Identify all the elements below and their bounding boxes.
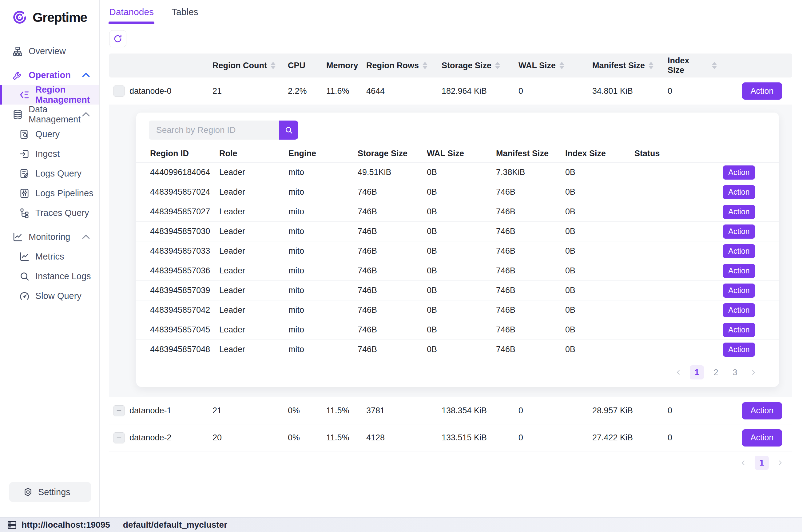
sort-icon[interactable]: [495, 62, 500, 69]
chevron-up-icon[interactable]: [80, 231, 91, 242]
action-button[interactable]: Action: [723, 323, 755, 337]
tab-tables[interactable]: Tables: [172, 0, 198, 24]
search-icon: [284, 126, 293, 135]
sort-icon[interactable]: [649, 62, 653, 69]
sidebar-item-query[interactable]: Query: [0, 124, 99, 144]
column-header-region-rows[interactable]: Region Rows: [366, 61, 442, 71]
region-row: 4483945857039 Leader mito 746B 0B 746B 0…: [136, 281, 779, 300]
sidebar-item-label: Slow Query: [35, 291, 81, 301]
sort-icon[interactable]: [712, 62, 717, 69]
sidebar-nav: Overview Operation Region Management: [0, 41, 99, 306]
sidebar-item-instance-logs[interactable]: Instance Logs: [0, 266, 99, 286]
cluster-name[interactable]: default/default_mycluster: [123, 520, 227, 530]
sidebar-item-label: Operation: [28, 70, 71, 80]
sidebar-item-logs-pipelines[interactable]: Logs Pipelines: [0, 183, 99, 203]
sidebar-item-label: Logs Query: [35, 169, 81, 179]
next-page-button[interactable]: [747, 365, 760, 379]
region-search-button[interactable]: [279, 120, 298, 139]
column-header-storage-size[interactable]: Storage Size: [442, 61, 518, 71]
column-header-memory: Memory: [326, 61, 366, 71]
column-header-index-size[interactable]: Index Size: [668, 56, 717, 75]
region-row: 4483945857045 Leader mito 746B 0B 746B 0…: [136, 320, 779, 340]
column-header-region-count[interactable]: Region Count: [212, 61, 288, 71]
datanodes-pagination: 1: [109, 452, 792, 470]
action-button[interactable]: Action: [742, 429, 782, 446]
action-button[interactable]: Action: [742, 82, 782, 100]
sort-icon[interactable]: [271, 62, 275, 69]
action-button[interactable]: Action: [723, 205, 755, 219]
sidebar-item-label: Monitoring: [28, 232, 70, 242]
minus-icon: [116, 88, 122, 94]
sidebar-item-data-management[interactable]: Data Management: [0, 104, 99, 124]
settings-button[interactable]: Settings: [9, 482, 91, 502]
server-url[interactable]: http://localhost:19095: [21, 520, 110, 530]
column-header-cpu: CPU: [288, 61, 326, 71]
sidebar-item-metrics[interactable]: Metrics: [0, 247, 99, 266]
sort-icon[interactable]: [422, 62, 427, 69]
brand-logo: Greptime: [0, 0, 99, 27]
sidebar-item-monitoring[interactable]: Monitoring: [0, 227, 99, 247]
sidebar-item-ingest[interactable]: Ingest: [0, 144, 99, 164]
datanodes-table-header: Region Count CPU Memory Region Rows Stor…: [109, 54, 792, 77]
action-button[interactable]: Action: [723, 343, 755, 357]
region-row: 4483945857027 Leader mito 746B 0B 746B 0…: [136, 202, 779, 222]
sidebar-item-operation[interactable]: Operation: [0, 65, 99, 85]
column-header-index-size: Index Size: [565, 149, 634, 158]
sidebar-item-label: Traces Query: [35, 208, 89, 218]
sidebar-item-logs-query[interactable]: Logs Query: [0, 164, 99, 183]
action-button[interactable]: Action: [723, 225, 755, 239]
expand-button[interactable]: [113, 432, 125, 443]
region-row: 4483945857024 Leader mito 746B 0B 746B 0…: [136, 182, 779, 202]
metrics-chart-icon: [19, 251, 30, 262]
sidebar-item-label: Overview: [28, 46, 66, 56]
brand-name: Greptime: [33, 10, 87, 25]
table-row-datanode-2: datanode-2 20 0% 11.5% 4128 133.515 KiB …: [109, 424, 792, 452]
page-button-3[interactable]: 3: [728, 365, 742, 379]
ingest-icon: [19, 149, 30, 159]
collapse-button[interactable]: [113, 86, 125, 97]
tab-datanodes[interactable]: Datanodes: [109, 0, 154, 24]
page-button-1[interactable]: 1: [690, 365, 704, 379]
tab-bar: Datanodes Tables: [100, 0, 802, 24]
column-header-wal-size[interactable]: WAL Size: [518, 61, 592, 71]
prev-page-button[interactable]: [737, 456, 750, 470]
action-button[interactable]: Action: [723, 244, 755, 258]
sliders-icon: [19, 188, 30, 199]
action-button[interactable]: Action: [723, 303, 755, 317]
sidebar-item-region-management[interactable]: Region Management: [0, 85, 99, 104]
column-header-manifest-size[interactable]: Manifest Size: [592, 61, 668, 71]
region-row: 4483945857030 Leader mito 746B 0B 746B 0…: [136, 222, 779, 241]
action-button[interactable]: Action: [723, 185, 755, 199]
sort-icon[interactable]: [559, 62, 564, 69]
action-button[interactable]: Action: [742, 402, 782, 419]
chevron-up-icon[interactable]: [80, 70, 91, 80]
action-button[interactable]: Action: [723, 284, 755, 298]
refresh-button[interactable]: [109, 30, 127, 48]
status-bar: http://localhost:19095 default/default_m…: [0, 517, 802, 532]
table-row-datanode-1: datanode-1 21 0% 11.5% 3781 138.354 KiB …: [109, 397, 792, 424]
region-search: [136, 120, 779, 139]
column-header-wal-size: WAL Size: [427, 149, 496, 158]
datanode-name: datanode-0: [130, 87, 212, 96]
tab-label: Tables: [172, 7, 198, 17]
sidebar-item-traces-query[interactable]: Traces Query: [0, 203, 99, 223]
search-icon: [19, 271, 30, 282]
chevron-up-icon[interactable]: [80, 109, 91, 120]
expand-button[interactable]: [113, 405, 125, 416]
region-search-input[interactable]: [149, 120, 279, 139]
chart-line-icon: [12, 231, 23, 242]
settings-label: Settings: [38, 487, 71, 497]
sidebar-item-overview[interactable]: Overview: [0, 41, 99, 61]
action-button[interactable]: Action: [723, 264, 755, 278]
region-row: 4483945857033 Leader mito 746B 0B 746B 0…: [136, 241, 779, 261]
prev-page-button[interactable]: [672, 365, 685, 379]
next-page-button[interactable]: [774, 456, 787, 470]
page-button-2[interactable]: 2: [709, 365, 723, 379]
action-button[interactable]: Action: [723, 166, 755, 179]
server-icon: [7, 520, 17, 530]
page-button-1[interactable]: 1: [755, 456, 769, 470]
datanode-name: datanode-2: [130, 433, 212, 442]
sidebar-item-label: Logs Pipelines: [35, 188, 94, 198]
sidebar-item-slow-query[interactable]: Slow Query: [0, 286, 99, 306]
greptime-spiral-icon: [10, 7, 30, 27]
